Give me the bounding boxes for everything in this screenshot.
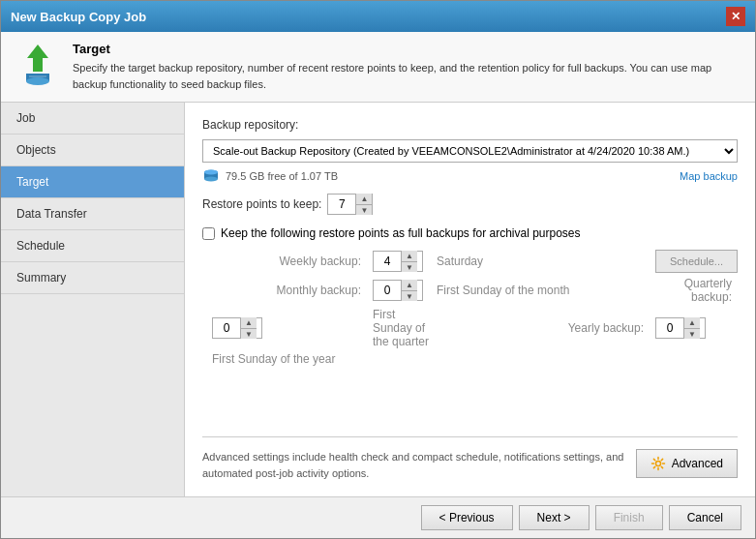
weekly-schedule: Saturday [437,255,650,268]
sidebar-item-job[interactable]: Job [1,103,184,135]
weekly-spinner-buttons: ▲ ▼ [401,251,417,272]
svg-point-9 [655,462,660,466]
spacer [202,377,738,436]
main-window: New Backup Copy Job ✕ Target Specify the… [0,0,756,539]
sidebar-item-schedule[interactable]: Schedule [1,230,184,262]
sidebar-item-data-transfer[interactable]: Data Transfer [1,198,184,230]
storage-free-text: 79.5 GB free of 1.07 TB [226,170,338,182]
restore-points-row: Restore points to keep: ▲ ▼ [202,194,738,215]
main-content: Job Objects Target Data Transfer Schedul… [1,103,755,496]
monthly-spinner-buttons: ▲ ▼ [401,280,417,301]
gear-icon [650,456,666,471]
quarterly-spinner: ▲ ▼ [212,317,262,339]
monthly-up-btn[interactable]: ▲ [402,280,417,290]
sidebar: Job Objects Target Data Transfer Schedul… [1,103,185,496]
window-title: New Backup Copy Job [11,10,146,24]
next-button[interactable]: Next > [519,505,590,530]
weekly-up-btn[interactable]: ▲ [402,251,417,261]
content-area: Backup repository: Scale-out Backup Repo… [185,103,755,496]
storage-db-icon [202,168,220,184]
close-button[interactable]: ✕ [726,7,745,26]
monthly-label: Monthly backup: [212,284,367,297]
yearly-spinner-buttons: ▲ ▼ [683,317,700,339]
schedule-button[interactable]: Schedule... [655,250,738,273]
backup-repo-select-row: Scale-out Backup Repository (Created by … [202,139,738,163]
svg-point-3 [26,77,49,85]
yearly-up-btn[interactable]: ▲ [684,317,700,328]
sidebar-item-objects[interactable]: Objects [1,135,184,166]
restore-points-spinner-buttons: ▲ ▼ [355,194,372,215]
quarterly-input[interactable] [213,319,240,337]
advanced-section: Advanced settings include health check a… [202,436,738,481]
header-description: Specify the target backup repository, nu… [73,60,741,92]
advanced-button[interactable]: Advanced [636,449,738,478]
previous-button[interactable]: < Previous [421,505,513,530]
yearly-label: Yearly backup: [437,321,650,335]
svg-point-8 [204,170,218,175]
sidebar-item-summary[interactable]: Summary [1,262,184,294]
target-icon [15,43,60,87]
footer: < Previous Next > Finish Cancel [1,496,755,538]
header-icon [15,42,61,88]
restore-points-label: Restore points to keep: [202,197,321,211]
cancel-button[interactable]: Cancel [669,505,741,530]
restore-points-spinner: ▲ ▼ [327,194,373,215]
backup-repo-row: Backup repository: [202,118,738,132]
storage-info-row: 79.5 GB free of 1.07 TB Map backup [202,168,738,184]
restore-points-down-btn[interactable]: ▼ [356,204,372,215]
weekly-down-btn[interactable]: ▼ [402,261,417,272]
advanced-description: Advanced settings include health check a… [202,449,626,481]
quarterly-schedule: First Sunday of the quarter [373,308,431,348]
restore-points-up-btn[interactable]: ▲ [356,194,372,204]
monthly-spinner: ▲ ▼ [373,280,423,301]
svg-point-7 [204,177,218,182]
archival-checkbox-row: Keep the following restore points as ful… [202,226,738,240]
weekly-spinner: ▲ ▼ [373,251,423,272]
monthly-input[interactable] [374,282,401,299]
header-title: Target [73,42,741,56]
quarterly-label: Quarterly backup: [655,277,738,304]
sidebar-item-target[interactable]: Target [1,166,184,198]
quarterly-spinner-buttons: ▲ ▼ [240,317,257,339]
storage-text: 79.5 GB free of 1.07 TB [202,168,338,184]
svg-marker-0 [27,45,48,72]
header-text: Target Specify the target backup reposit… [73,42,741,92]
weekly-input[interactable] [374,253,401,270]
yearly-input[interactable] [656,319,683,337]
quarterly-up-btn[interactable]: ▲ [241,317,257,328]
weekly-label: Weekly backup: [212,255,367,268]
archival-checkbox-label[interactable]: Keep the following restore points as ful… [221,226,581,240]
title-bar: New Backup Copy Job ✕ [1,1,755,32]
archival-grid: Weekly backup: ▲ ▼ Saturday Schedule... … [212,250,738,366]
archival-checkbox[interactable] [202,227,215,240]
monthly-down-btn[interactable]: ▼ [402,290,417,301]
backup-repo-label: Backup repository: [202,118,298,132]
yearly-down-btn[interactable]: ▼ [684,328,700,339]
header-section: Target Specify the target backup reposit… [1,32,755,103]
yearly-schedule: First Sunday of the year [212,352,367,366]
map-backup-link[interactable]: Map backup [680,170,738,182]
quarterly-down-btn[interactable]: ▼ [241,328,257,339]
yearly-spinner: ▲ ▼ [655,317,706,339]
advanced-button-label: Advanced [672,457,723,470]
backup-repo-select[interactable]: Scale-out Backup Repository (Created by … [202,139,738,163]
finish-button[interactable]: Finish [595,505,663,530]
monthly-schedule: First Sunday of the month [437,284,650,297]
restore-points-input[interactable] [328,195,355,213]
